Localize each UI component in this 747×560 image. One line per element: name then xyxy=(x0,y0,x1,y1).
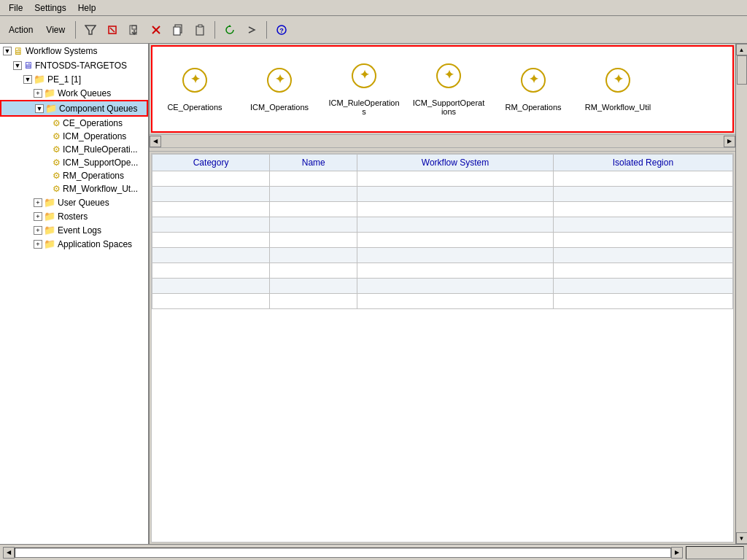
sidebar-item-application-spaces[interactable]: + 📁 Application Spaces xyxy=(0,237,148,251)
icm-ops-icon: ✦ xyxy=(266,66,293,100)
panel-divider[interactable] xyxy=(150,147,735,152)
sidebar-item-workflow-systems[interactable]: ▼ 🖥 Workflow Systems xyxy=(0,44,148,58)
sidebar-label-ce-operations: CE_Operations xyxy=(63,118,123,128)
table-row xyxy=(152,263,733,279)
rm-workflow-util-icon: ✦ xyxy=(604,66,632,100)
sidebar-label-rosters: Rosters xyxy=(58,211,88,222)
table-row xyxy=(152,202,733,217)
refresh-button[interactable] xyxy=(220,20,240,40)
ce-ops-label: CE_Operations xyxy=(167,103,222,112)
col-header-isolated-region: Isolated Region xyxy=(553,155,732,171)
toolbar: Action View ? xyxy=(0,16,747,44)
sidebar-item-event-logs[interactable]: + 📁 Event Logs xyxy=(0,223,148,237)
scroll-left-btn[interactable]: ◀ xyxy=(150,136,161,147)
export-button[interactable] xyxy=(124,20,144,40)
svg-rect-11 xyxy=(198,25,202,27)
toolbar-sep-2 xyxy=(214,21,215,39)
queue-icon-rm-workflow-util[interactable]: ✦ RM_Workflow_Util xyxy=(581,66,654,112)
queue-icon-icm-support-operations[interactable]: ✦ ICM_SupportOperations xyxy=(412,62,485,116)
sidebar-item-work-queues[interactable]: + 📁 Work Queues xyxy=(0,86,148,100)
menu-file[interactable]: File xyxy=(3,1,28,15)
queue-icon-rm-operations[interactable]: ✦ RM_Operations xyxy=(497,66,570,112)
svg-text:✦: ✦ xyxy=(529,73,539,85)
sidebar-label-user-queues: User Queues xyxy=(58,198,109,208)
scroll-down-btn[interactable]: ▼ xyxy=(736,532,748,544)
action-menu[interactable]: Action xyxy=(3,23,39,36)
col-header-name: Name xyxy=(270,155,357,171)
menu-bar: File Settings Help xyxy=(0,0,747,16)
expand-pe1[interactable]: ▼ xyxy=(23,75,32,84)
sidebar-label-workflow-systems: Workflow Systems xyxy=(26,46,97,56)
copy-button[interactable] xyxy=(168,20,188,40)
delete-button[interactable] xyxy=(146,20,166,40)
expand-component-queues[interactable]: ▼ xyxy=(35,104,44,113)
rm-ops-icon: ✦ xyxy=(519,66,547,100)
scroll-right-btn[interactable]: ▶ xyxy=(724,136,735,147)
queue-icon-ce-operations[interactable]: ✦ CE_Operations xyxy=(158,66,231,112)
sidebar-item-user-queues[interactable]: + 📁 User Queues xyxy=(0,195,148,209)
menu-help[interactable]: Help xyxy=(72,1,102,15)
expand-user-queues[interactable]: + xyxy=(34,198,42,207)
stop-button[interactable] xyxy=(102,20,123,40)
sidebar-item-fntosds[interactable]: ▼ 🖥 FNTOSDS-TARGETOS xyxy=(0,58,148,72)
status-right-panel xyxy=(686,546,744,559)
table-body xyxy=(152,171,733,309)
queue-icon-icm-rule-operations[interactable]: ✦ ICM_RuleOperations xyxy=(328,62,400,116)
status-scroll-track[interactable] xyxy=(15,548,671,558)
sidebar-item-rm-workflow-util[interactable]: ⚙ RM_Workflow_Ut... xyxy=(0,182,148,195)
toolbar-sep-3 xyxy=(266,21,267,39)
icm-support-ops-label: ICM_SupportOperations xyxy=(412,98,485,116)
expand-event-logs[interactable]: + xyxy=(34,226,42,235)
sidebar-label-rm-operations: RM_Operations xyxy=(63,171,124,181)
sidebar-label-application-spaces: Application Spaces xyxy=(58,239,132,249)
nav-button[interactable] xyxy=(241,20,262,40)
sidebar-item-rosters[interactable]: + 📁 Rosters xyxy=(0,209,148,223)
sidebar-item-component-queues[interactable]: ▼ 📁 Component Queues xyxy=(0,100,148,117)
ce-ops-icon: ✦ xyxy=(181,66,209,100)
view-menu[interactable]: View xyxy=(40,23,71,36)
sidebar-label-work-queues: Work Queues xyxy=(58,88,111,98)
svg-text:✦: ✦ xyxy=(190,73,201,85)
icm-rule-ops-icon: ✦ xyxy=(350,62,378,96)
v-scrollbar-thumb[interactable] xyxy=(737,55,747,85)
status-scroll-right[interactable]: ▶ xyxy=(671,547,683,559)
svg-rect-10 xyxy=(196,26,204,35)
h-scrollbar-track[interactable] xyxy=(161,136,724,147)
svg-rect-4 xyxy=(132,26,136,29)
queue-icon-icm-operations[interactable]: ✦ ICM_Operations xyxy=(243,66,316,112)
sidebar-item-icm-operations[interactable]: ⚙ ICM_Operations xyxy=(0,130,148,143)
scroll-up-btn[interactable]: ▲ xyxy=(736,44,748,55)
svg-line-2 xyxy=(110,28,115,32)
paste-button[interactable] xyxy=(190,20,210,40)
v-scrollbar-track[interactable] xyxy=(736,55,748,532)
icon-panel: ✦ CE_Operations ✦ ICM_Operations xyxy=(151,45,734,133)
table-row xyxy=(152,294,733,309)
filter-button[interactable] xyxy=(80,20,101,40)
main-container: ▼ 🖥 Workflow Systems ▼ 🖥 FNTOSDS-TARGETO… xyxy=(0,44,747,544)
sidebar-item-icm-rule-operations[interactable]: ⚙ ICM_RuleOperati... xyxy=(0,143,148,156)
table-row xyxy=(152,187,733,202)
svg-text:?: ? xyxy=(279,27,284,34)
status-scroll-left[interactable]: ◀ xyxy=(3,547,15,559)
menu-settings[interactable]: Settings xyxy=(28,1,71,15)
sidebar-item-icm-support-operations[interactable]: ⚙ ICM_SupportOpe... xyxy=(0,156,148,169)
toolbar-sep-1 xyxy=(75,21,76,39)
right-panel: ✦ CE_Operations ✦ ICM_Operations xyxy=(150,44,747,544)
sidebar-label-event-logs: Event Logs xyxy=(58,225,101,236)
expand-fntosds[interactable]: ▼ xyxy=(13,61,22,70)
status-bar: ◀ ▶ xyxy=(0,544,747,560)
content-panels: ✦ CE_Operations ✦ ICM_Operations xyxy=(150,44,735,544)
v-scrollbar: ▲ ▼ xyxy=(735,44,747,544)
col-header-workflow-system: Workflow System xyxy=(357,155,553,171)
sidebar-item-rm-operations[interactable]: ⚙ RM_Operations xyxy=(0,169,148,182)
help-button[interactable]: ? xyxy=(271,20,292,40)
col-header-category: Category xyxy=(152,155,270,171)
rm-workflow-util-label: RM_Workflow_Util xyxy=(585,103,651,112)
expand-application-spaces[interactable]: + xyxy=(34,240,42,249)
expand-workflow-systems[interactable]: ▼ xyxy=(3,47,12,55)
expand-rosters[interactable]: + xyxy=(34,212,42,221)
svg-marker-0 xyxy=(85,26,96,34)
sidebar-item-ce-operations[interactable]: ⚙ CE_Operations xyxy=(0,117,148,130)
sidebar-item-pe1[interactable]: ▼ 📁 PE_1 [1] xyxy=(0,72,148,86)
expand-work-queues[interactable]: + xyxy=(34,89,42,98)
